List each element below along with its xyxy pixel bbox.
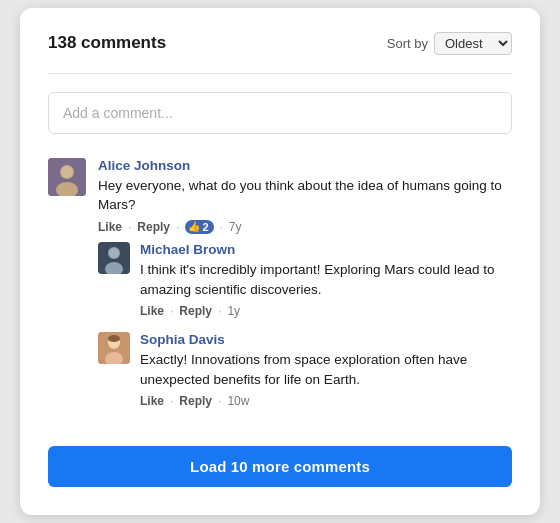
add-comment-input[interactable]: Add a comment...: [48, 92, 512, 134]
actions-alice: Like · Reply · 👍 2 · 7y: [98, 220, 512, 234]
reply-sophia: Sophia Davis Exactly! Innovations from s…: [98, 332, 512, 408]
text-michael: I think it's incredibly important! Explo…: [140, 260, 512, 299]
comments-list: Alice Johnson Hey everyone, what do you …: [48, 158, 512, 438]
comment-body-alice: Alice Johnson Hey everyone, what do you …: [98, 158, 512, 422]
author-alice: Alice Johnson: [98, 158, 512, 173]
load-more-button[interactable]: Load 10 more comments: [48, 446, 512, 487]
like-michael[interactable]: Like: [140, 304, 164, 318]
author-sophia: Sophia Davis: [140, 332, 512, 347]
card-header: 138 comments Sort by Oldest Newest Top: [48, 32, 512, 55]
reply-michael[interactable]: Reply: [179, 304, 212, 318]
actions-michael: Like · Reply · 1y: [140, 304, 512, 318]
comments-count: 138 comments: [48, 33, 166, 53]
avatar-michael: [98, 242, 130, 274]
thumbs-up-icon: 👍: [188, 221, 200, 232]
time-alice: 7y: [229, 220, 242, 234]
time-michael: 1y: [227, 304, 240, 318]
like-alice[interactable]: Like: [98, 220, 122, 234]
like-sophia[interactable]: Like: [140, 394, 164, 408]
header-divider: [48, 73, 512, 74]
sort-select[interactable]: Oldest Newest Top: [434, 32, 512, 55]
avatar-alice: [48, 158, 86, 196]
sort-by-label: Sort by: [387, 36, 428, 51]
author-michael: Michael Brown: [140, 242, 512, 257]
comments-card: 138 comments Sort by Oldest Newest Top A…: [20, 8, 540, 515]
sort-by-container: Sort by Oldest Newest Top: [387, 32, 512, 55]
svg-point-3: [61, 166, 73, 178]
time-sophia: 10w: [227, 394, 249, 408]
svg-point-14: [108, 336, 120, 342]
reply-michael: Michael Brown I think it's incredibly im…: [98, 242, 512, 318]
comment-body-sophia: Sophia Davis Exactly! Innovations from s…: [140, 332, 512, 408]
comment-alice: Alice Johnson Hey everyone, what do you …: [48, 158, 512, 422]
text-alice: Hey everyone, what do you think about th…: [98, 176, 512, 215]
text-sophia: Exactly! Innovations from space explorat…: [140, 350, 512, 389]
replies-alice: Michael Brown I think it's incredibly im…: [98, 242, 512, 408]
reply-sophia[interactable]: Reply: [179, 394, 212, 408]
comment-body-michael: Michael Brown I think it's incredibly im…: [140, 242, 512, 318]
actions-sophia: Like · Reply · 10w: [140, 394, 512, 408]
avatar-sophia: [98, 332, 130, 364]
svg-point-7: [109, 248, 119, 258]
like-badge-alice: 👍 2: [185, 220, 213, 234]
reply-alice[interactable]: Reply: [137, 220, 170, 234]
add-comment-placeholder: Add a comment...: [63, 105, 173, 121]
